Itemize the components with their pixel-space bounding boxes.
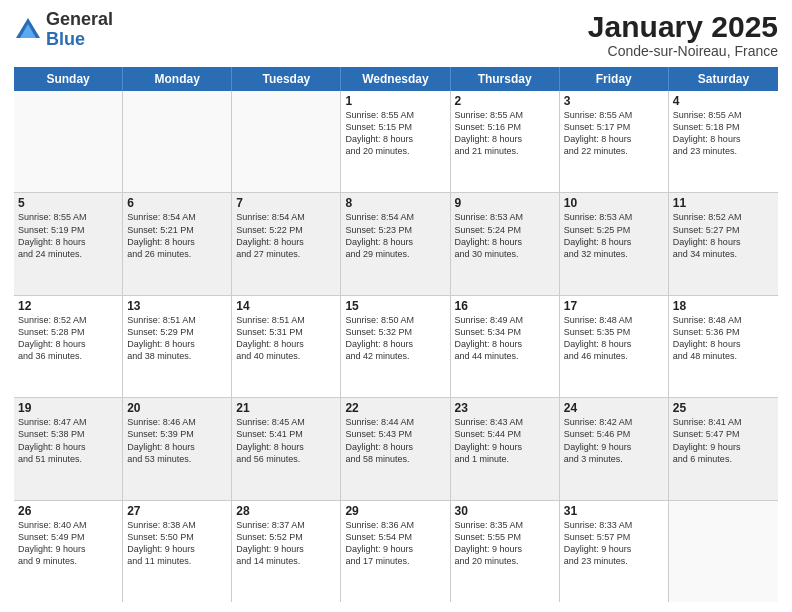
- cal-cell: [14, 91, 123, 192]
- cell-text: Sunrise: 8:46 AM Sunset: 5:39 PM Dayligh…: [127, 417, 196, 463]
- day-number: 28: [236, 504, 336, 518]
- day-number: 29: [345, 504, 445, 518]
- day-number: 14: [236, 299, 336, 313]
- cal-cell: [123, 91, 232, 192]
- cal-cell: 21Sunrise: 8:45 AM Sunset: 5:41 PM Dayli…: [232, 398, 341, 499]
- cal-cell: 6Sunrise: 8:54 AM Sunset: 5:21 PM Daylig…: [123, 193, 232, 294]
- calendar-body: 1Sunrise: 8:55 AM Sunset: 5:15 PM Daylig…: [14, 91, 778, 602]
- cal-header-cell: Sunday: [14, 67, 123, 91]
- logo-icon: [14, 16, 42, 44]
- header: General Blue January 2025 Conde-sur-Noir…: [14, 10, 778, 59]
- logo-text: General Blue: [46, 10, 113, 50]
- day-number: 6: [127, 196, 227, 210]
- cal-cell: 1Sunrise: 8:55 AM Sunset: 5:15 PM Daylig…: [341, 91, 450, 192]
- cal-cell: 16Sunrise: 8:49 AM Sunset: 5:34 PM Dayli…: [451, 296, 560, 397]
- page: General Blue January 2025 Conde-sur-Noir…: [0, 0, 792, 612]
- day-number: 4: [673, 94, 774, 108]
- cell-text: Sunrise: 8:54 AM Sunset: 5:23 PM Dayligh…: [345, 212, 414, 258]
- cal-header-cell: Tuesday: [232, 67, 341, 91]
- cal-cell: 7Sunrise: 8:54 AM Sunset: 5:22 PM Daylig…: [232, 193, 341, 294]
- cell-text: Sunrise: 8:42 AM Sunset: 5:46 PM Dayligh…: [564, 417, 633, 463]
- cal-cell: 2Sunrise: 8:55 AM Sunset: 5:16 PM Daylig…: [451, 91, 560, 192]
- cal-header-cell: Wednesday: [341, 67, 450, 91]
- day-number: 26: [18, 504, 118, 518]
- cal-row: 1Sunrise: 8:55 AM Sunset: 5:15 PM Daylig…: [14, 91, 778, 193]
- cal-row: 5Sunrise: 8:55 AM Sunset: 5:19 PM Daylig…: [14, 193, 778, 295]
- day-number: 16: [455, 299, 555, 313]
- day-number: 9: [455, 196, 555, 210]
- cell-text: Sunrise: 8:53 AM Sunset: 5:24 PM Dayligh…: [455, 212, 524, 258]
- day-number: 22: [345, 401, 445, 415]
- cell-text: Sunrise: 8:40 AM Sunset: 5:49 PM Dayligh…: [18, 520, 87, 566]
- cal-cell: 27Sunrise: 8:38 AM Sunset: 5:50 PM Dayli…: [123, 501, 232, 602]
- cell-text: Sunrise: 8:37 AM Sunset: 5:52 PM Dayligh…: [236, 520, 305, 566]
- cell-text: Sunrise: 8:45 AM Sunset: 5:41 PM Dayligh…: [236, 417, 305, 463]
- cal-cell: 12Sunrise: 8:52 AM Sunset: 5:28 PM Dayli…: [14, 296, 123, 397]
- cell-text: Sunrise: 8:48 AM Sunset: 5:36 PM Dayligh…: [673, 315, 742, 361]
- cell-text: Sunrise: 8:49 AM Sunset: 5:34 PM Dayligh…: [455, 315, 524, 361]
- day-number: 21: [236, 401, 336, 415]
- cal-cell: 24Sunrise: 8:42 AM Sunset: 5:46 PM Dayli…: [560, 398, 669, 499]
- cell-text: Sunrise: 8:44 AM Sunset: 5:43 PM Dayligh…: [345, 417, 414, 463]
- day-number: 19: [18, 401, 118, 415]
- day-number: 31: [564, 504, 664, 518]
- cell-text: Sunrise: 8:36 AM Sunset: 5:54 PM Dayligh…: [345, 520, 414, 566]
- cal-cell: 22Sunrise: 8:44 AM Sunset: 5:43 PM Dayli…: [341, 398, 450, 499]
- cell-text: Sunrise: 8:55 AM Sunset: 5:19 PM Dayligh…: [18, 212, 87, 258]
- cal-cell: 14Sunrise: 8:51 AM Sunset: 5:31 PM Dayli…: [232, 296, 341, 397]
- calendar: SundayMondayTuesdayWednesdayThursdayFrid…: [14, 67, 778, 602]
- day-number: 7: [236, 196, 336, 210]
- cal-cell: 26Sunrise: 8:40 AM Sunset: 5:49 PM Dayli…: [14, 501, 123, 602]
- cell-text: Sunrise: 8:55 AM Sunset: 5:15 PM Dayligh…: [345, 110, 414, 156]
- day-number: 30: [455, 504, 555, 518]
- cal-cell: 29Sunrise: 8:36 AM Sunset: 5:54 PM Dayli…: [341, 501, 450, 602]
- month-title: January 2025: [588, 10, 778, 43]
- cal-cell: 23Sunrise: 8:43 AM Sunset: 5:44 PM Dayli…: [451, 398, 560, 499]
- cell-text: Sunrise: 8:55 AM Sunset: 5:17 PM Dayligh…: [564, 110, 633, 156]
- cell-text: Sunrise: 8:54 AM Sunset: 5:22 PM Dayligh…: [236, 212, 305, 258]
- day-number: 15: [345, 299, 445, 313]
- cal-header-cell: Thursday: [451, 67, 560, 91]
- cell-text: Sunrise: 8:48 AM Sunset: 5:35 PM Dayligh…: [564, 315, 633, 361]
- cal-cell: 25Sunrise: 8:41 AM Sunset: 5:47 PM Dayli…: [669, 398, 778, 499]
- logo-blue: Blue: [46, 30, 113, 50]
- cal-cell: 8Sunrise: 8:54 AM Sunset: 5:23 PM Daylig…: [341, 193, 450, 294]
- cell-text: Sunrise: 8:55 AM Sunset: 5:18 PM Dayligh…: [673, 110, 742, 156]
- day-number: 2: [455, 94, 555, 108]
- cell-text: Sunrise: 8:52 AM Sunset: 5:27 PM Dayligh…: [673, 212, 742, 258]
- cell-text: Sunrise: 8:43 AM Sunset: 5:44 PM Dayligh…: [455, 417, 524, 463]
- day-number: 18: [673, 299, 774, 313]
- day-number: 27: [127, 504, 227, 518]
- cal-header-cell: Saturday: [669, 67, 778, 91]
- cell-text: Sunrise: 8:51 AM Sunset: 5:29 PM Dayligh…: [127, 315, 196, 361]
- day-number: 12: [18, 299, 118, 313]
- cell-text: Sunrise: 8:35 AM Sunset: 5:55 PM Dayligh…: [455, 520, 524, 566]
- cell-text: Sunrise: 8:33 AM Sunset: 5:57 PM Dayligh…: [564, 520, 633, 566]
- day-number: 25: [673, 401, 774, 415]
- cal-cell: 9Sunrise: 8:53 AM Sunset: 5:24 PM Daylig…: [451, 193, 560, 294]
- cell-text: Sunrise: 8:50 AM Sunset: 5:32 PM Dayligh…: [345, 315, 414, 361]
- day-number: 24: [564, 401, 664, 415]
- cal-header-cell: Monday: [123, 67, 232, 91]
- day-number: 20: [127, 401, 227, 415]
- calendar-header: SundayMondayTuesdayWednesdayThursdayFrid…: [14, 67, 778, 91]
- cal-row: 26Sunrise: 8:40 AM Sunset: 5:49 PM Dayli…: [14, 501, 778, 602]
- cell-text: Sunrise: 8:41 AM Sunset: 5:47 PM Dayligh…: [673, 417, 742, 463]
- cell-text: Sunrise: 8:53 AM Sunset: 5:25 PM Dayligh…: [564, 212, 633, 258]
- day-number: 13: [127, 299, 227, 313]
- cell-text: Sunrise: 8:38 AM Sunset: 5:50 PM Dayligh…: [127, 520, 196, 566]
- cal-row: 19Sunrise: 8:47 AM Sunset: 5:38 PM Dayli…: [14, 398, 778, 500]
- day-number: 10: [564, 196, 664, 210]
- cal-cell: [669, 501, 778, 602]
- cell-text: Sunrise: 8:54 AM Sunset: 5:21 PM Dayligh…: [127, 212, 196, 258]
- cell-text: Sunrise: 8:51 AM Sunset: 5:31 PM Dayligh…: [236, 315, 305, 361]
- cal-row: 12Sunrise: 8:52 AM Sunset: 5:28 PM Dayli…: [14, 296, 778, 398]
- cal-header-cell: Friday: [560, 67, 669, 91]
- cal-cell: 17Sunrise: 8:48 AM Sunset: 5:35 PM Dayli…: [560, 296, 669, 397]
- location: Conde-sur-Noireau, France: [588, 43, 778, 59]
- cal-cell: 10Sunrise: 8:53 AM Sunset: 5:25 PM Dayli…: [560, 193, 669, 294]
- cal-cell: 15Sunrise: 8:50 AM Sunset: 5:32 PM Dayli…: [341, 296, 450, 397]
- day-number: 1: [345, 94, 445, 108]
- day-number: 17: [564, 299, 664, 313]
- cell-text: Sunrise: 8:55 AM Sunset: 5:16 PM Dayligh…: [455, 110, 524, 156]
